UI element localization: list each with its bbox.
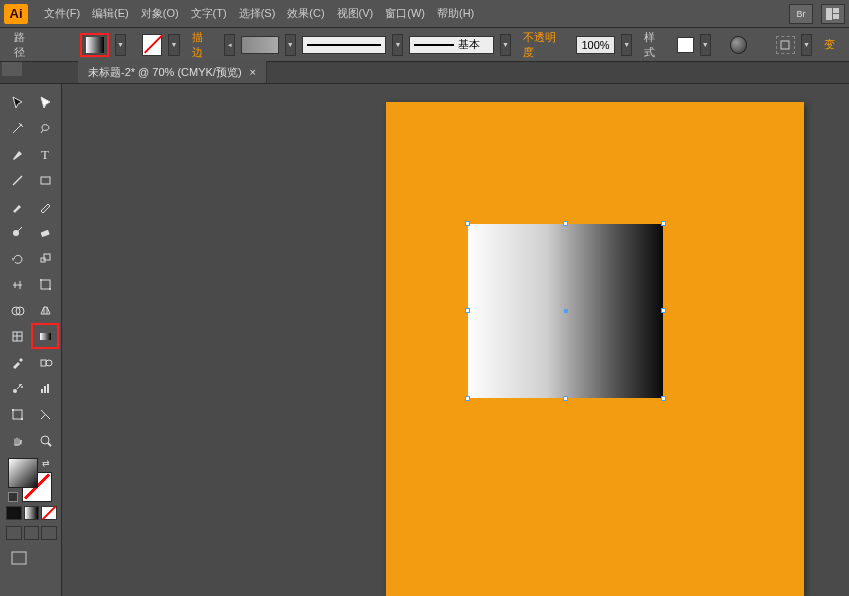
graph-tool-icon [38, 381, 53, 396]
fill-color-swatch[interactable] [80, 33, 108, 57]
draw-behind[interactable] [24, 526, 40, 540]
color-mode-solid[interactable] [6, 506, 22, 520]
shape-builder-tool[interactable] [4, 298, 30, 322]
width-profile-dropdown[interactable]: ▼ [392, 34, 403, 56]
eyedropper-tool[interactable] [4, 350, 30, 374]
svg-rect-18 [40, 333, 51, 340]
blend-tool[interactable] [32, 350, 58, 374]
menu-effect[interactable]: 效果(C) [281, 2, 330, 25]
free-transform-tool[interactable] [32, 272, 58, 296]
pencil-tool[interactable] [32, 194, 58, 218]
draw-inside[interactable] [41, 526, 57, 540]
svg-point-14 [49, 288, 51, 290]
screen-icon [11, 551, 27, 565]
menu-select[interactable]: 选择(S) [233, 2, 282, 25]
close-tab-icon[interactable]: × [250, 66, 256, 78]
graph-tool[interactable] [32, 376, 58, 400]
stroke-weight-down[interactable]: ◂ [224, 34, 235, 56]
svg-point-13 [40, 279, 42, 281]
resize-handle-e[interactable] [661, 308, 666, 313]
pen-tool[interactable] [4, 142, 30, 166]
color-mode-none[interactable] [41, 506, 57, 520]
menu-type[interactable]: 文字(T) [185, 2, 233, 25]
svg-text:T: T [41, 147, 49, 162]
selection-tool[interactable] [4, 90, 30, 114]
line-tool[interactable] [4, 168, 30, 192]
screen-mode-button[interactable] [6, 546, 32, 570]
gradient-tool-icon [38, 329, 53, 344]
resize-handle-sw[interactable] [465, 396, 470, 401]
resize-handle-w[interactable] [465, 308, 470, 313]
menu-window[interactable]: 窗口(W) [379, 2, 431, 25]
stroke-dropdown[interactable]: ▼ [168, 34, 179, 56]
lasso-tool-icon [38, 121, 53, 136]
brush-dropdown[interactable]: ▼ [500, 34, 511, 56]
hand-tool[interactable] [4, 428, 30, 452]
arrange-docs-button[interactable] [821, 4, 845, 24]
gradient-tool[interactable] [32, 324, 58, 348]
paintbrush-tool[interactable] [4, 194, 30, 218]
slice-tool-icon [38, 407, 53, 422]
resize-handle-ne[interactable] [661, 221, 666, 226]
lasso-tool[interactable] [32, 116, 58, 140]
bridge-button[interactable]: Br [789, 4, 813, 24]
stroke-color-swatch[interactable] [142, 34, 163, 56]
resize-handle-n[interactable] [563, 221, 568, 226]
mesh-tool[interactable] [4, 324, 30, 348]
perspective-tool-icon [38, 303, 53, 318]
opacity-dropdown[interactable]: ▼ [621, 34, 632, 56]
magic-wand-tool[interactable] [4, 116, 30, 140]
stroke-weight-dropdown[interactable]: ▼ [285, 34, 296, 56]
symbol-sprayer-tool[interactable] [4, 376, 30, 400]
fill-dropdown[interactable]: ▼ [115, 34, 126, 56]
align-dropdown[interactable]: ▼ [801, 34, 812, 56]
shape-builder-tool-icon [10, 303, 25, 318]
menu-object[interactable]: 对象(O) [135, 2, 185, 25]
stroke-label[interactable]: 描边 [186, 30, 218, 60]
paintbrush-tool-icon [10, 199, 25, 214]
opacity-field[interactable]: 100% [576, 36, 615, 54]
svg-point-8 [13, 230, 19, 236]
canvas[interactable] [62, 84, 849, 596]
type-tool[interactable]: T [32, 142, 58, 166]
default-fill-stroke-icon[interactable] [8, 492, 18, 502]
menu-file[interactable]: 文件(F) [38, 2, 86, 25]
fill-indicator[interactable] [8, 458, 38, 488]
rotate-tool[interactable] [4, 246, 30, 270]
draw-normal[interactable] [6, 526, 22, 540]
eraser-tool[interactable] [32, 220, 58, 244]
brush-definition[interactable]: 基本 [409, 36, 493, 54]
svg-rect-26 [47, 384, 49, 393]
zoom-tool[interactable] [32, 428, 58, 452]
resize-handle-se[interactable] [661, 396, 666, 401]
svg-point-21 [13, 389, 17, 393]
document-tab[interactable]: 未标题-2* @ 70% (CMYK/预览) × [78, 61, 267, 83]
align-button[interactable] [776, 36, 795, 54]
artboard[interactable] [386, 102, 804, 596]
transform-label[interactable]: 变 [818, 37, 841, 52]
style-dropdown[interactable]: ▼ [700, 34, 711, 56]
color-mode-gradient[interactable] [24, 506, 40, 520]
panel-collapse-handle[interactable] [2, 62, 22, 76]
blob-brush-tool[interactable] [4, 220, 30, 244]
variable-width-profile[interactable] [302, 36, 386, 54]
opacity-label[interactable]: 不透明度 [517, 30, 570, 60]
perspective-tool[interactable] [32, 298, 58, 322]
selected-rectangle[interactable] [468, 224, 663, 398]
recolor-artwork-icon[interactable] [730, 36, 747, 54]
resize-handle-s[interactable] [563, 396, 568, 401]
artboard-tool[interactable] [4, 402, 30, 426]
swap-fill-stroke-icon[interactable]: ⇄ [42, 458, 50, 468]
rectangle-tool[interactable] [32, 168, 58, 192]
menu-edit[interactable]: 编辑(E) [86, 2, 135, 25]
width-tool[interactable] [4, 272, 30, 296]
slice-tool[interactable] [32, 402, 58, 426]
scale-tool[interactable] [32, 246, 58, 270]
resize-handle-nw[interactable] [465, 221, 470, 226]
fill-stroke-indicator[interactable]: ⇄ [8, 458, 52, 502]
graphic-style-swatch[interactable] [677, 37, 694, 53]
direct-selection-tool[interactable] [32, 90, 58, 114]
stroke-weight-field[interactable] [241, 36, 278, 54]
menu-view[interactable]: 视图(V) [331, 2, 380, 25]
menu-help[interactable]: 帮助(H) [431, 2, 480, 25]
